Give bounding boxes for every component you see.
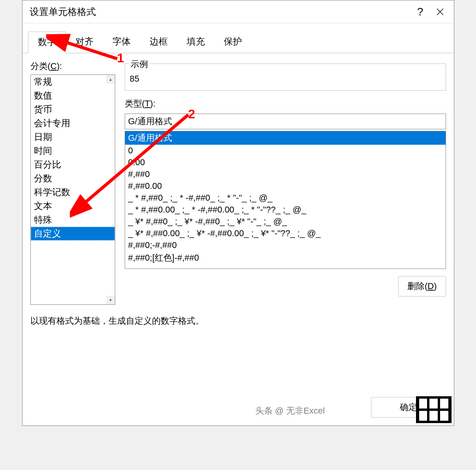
help-icon[interactable]: ? <box>410 2 430 22</box>
annotation-2-label: 2 <box>188 107 195 121</box>
sample-label: 示例 <box>129 58 150 70</box>
type-item[interactable]: _ * #,##0.00_ ;_ * -#,##0.00_ ;_ * "-"??… <box>125 204 446 216</box>
delete-row: 删除(D) <box>125 276 446 297</box>
annotation-1-label: 1 <box>117 51 124 65</box>
type-list[interactable]: G/通用格式 0 0.00 #,##0 #,##0.00 _ * #,##0_ … <box>125 131 446 269</box>
category-item[interactable]: 常规 <box>31 75 115 89</box>
category-item[interactable]: 科学记数 <box>31 185 115 199</box>
category-item[interactable]: 分数 <box>31 172 115 185</box>
tab-fill[interactable]: 填充 <box>177 32 214 53</box>
category-item[interactable]: 百分比 <box>31 158 115 172</box>
dialog-body: 分类(C): 常规 数值 货币 会计专用 日期 时间 百分比 分数 科学记数 文… <box>22 53 454 310</box>
type-item[interactable]: G/通用格式 <box>125 131 446 145</box>
type-input[interactable] <box>125 114 446 129</box>
dialog-footer: 确定 <box>371 397 446 418</box>
category-item[interactable]: 货币 <box>31 103 115 116</box>
type-item[interactable]: 0.00 <box>125 157 446 168</box>
category-column: 分类(C): 常规 数值 货币 会计专用 日期 时间 百分比 分数 科学记数 文… <box>30 60 115 305</box>
type-item[interactable]: _ * #,##0_ ;_ * -#,##0_ ;_ * "-"_ ;_ @_ <box>125 192 446 204</box>
ok-button[interactable]: 确定 <box>371 397 446 418</box>
category-item-custom[interactable]: 自定义 <box>31 227 115 241</box>
tab-font[interactable]: 字体 <box>103 32 140 53</box>
tab-border[interactable]: 边框 <box>140 32 177 53</box>
tab-number[interactable]: 数字 <box>28 32 66 53</box>
tab-bar: 数字 对齐 字体 边框 填充 保护 <box>22 31 454 53</box>
type-item[interactable]: #,##0 <box>125 168 446 180</box>
scroll-down-icon[interactable]: ▾ <box>106 296 115 304</box>
tab-alignment[interactable]: 对齐 <box>66 32 103 53</box>
hint-text: 以现有格式为基础，生成自定义的数字格式。 <box>22 310 454 332</box>
type-item[interactable]: 0 <box>125 145 446 157</box>
category-item[interactable]: 时间 <box>31 144 115 158</box>
type-item[interactable]: #,##0.00 <box>125 180 446 192</box>
sample-value: 85 <box>130 74 441 84</box>
title-bar: 设置单元格格式 ? <box>22 0 454 23</box>
type-item[interactable]: #,##0;-#,##0 <box>125 239 446 251</box>
type-item[interactable]: _ ¥* #,##0_ ;_ ¥* -#,##0_ ;_ ¥* "-"_ ;_ … <box>125 216 446 228</box>
tab-protection[interactable]: 保护 <box>214 32 251 53</box>
watermark-text: 头条 @ 无非Excel <box>255 405 325 417</box>
type-item[interactable]: _ ¥* #,##0.00_ ;_ ¥* -#,##0.00_ ;_ ¥* "-… <box>125 228 446 239</box>
category-item[interactable]: 特殊 <box>31 213 115 227</box>
type-label: 类型(T): <box>125 98 446 110</box>
type-item[interactable]: #,##0;[红色]-#,##0 <box>125 251 446 265</box>
category-item[interactable]: 会计专用 <box>31 116 115 130</box>
close-icon[interactable] <box>430 2 450 22</box>
detail-column: 示例 85 类型(T): G/通用格式 0 0.00 #,##0 #,##0.0… <box>125 60 446 305</box>
category-item[interactable]: 文本 <box>31 199 115 213</box>
sample-box: 示例 85 <box>125 63 446 91</box>
delete-button[interactable]: 删除(D) <box>398 276 446 297</box>
dialog-title: 设置单元格格式 <box>30 6 410 18</box>
scroll-up-icon[interactable]: ▴ <box>106 75 115 84</box>
category-label: 分类(C): <box>30 60 115 72</box>
category-item[interactable]: 日期 <box>31 130 115 144</box>
category-item[interactable]: 数值 <box>31 89 115 103</box>
format-cells-dialog: 设置单元格格式 ? 数字 对齐 字体 边框 填充 保护 分类(C): 常规 数值… <box>22 0 454 426</box>
category-list[interactable]: 常规 数值 货币 会计专用 日期 时间 百分比 分数 科学记数 文本 特殊 自定… <box>30 75 115 305</box>
